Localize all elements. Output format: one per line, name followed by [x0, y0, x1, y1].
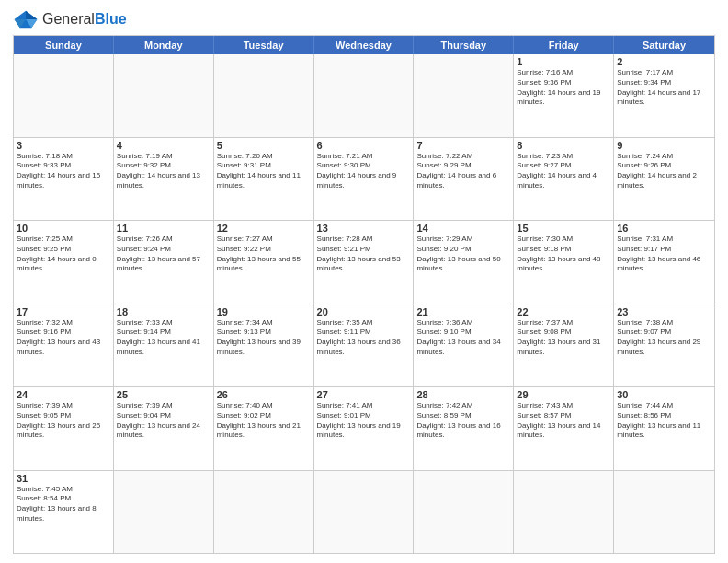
- page: GeneralBlue SundayMondayTuesdayWednesday…: [0, 0, 728, 563]
- day-info: Sunrise: 7:22 AM Sunset: 9:29 PM Dayligh…: [416, 152, 510, 191]
- calendar-cell: 15Sunrise: 7:30 AM Sunset: 9:18 PM Dayli…: [514, 221, 614, 304]
- calendar-week-2: 3Sunrise: 7:18 AM Sunset: 9:33 PM Daylig…: [14, 138, 714, 222]
- day-info: Sunrise: 7:28 AM Sunset: 9:21 PM Dayligh…: [317, 235, 411, 274]
- day-info: Sunrise: 7:27 AM Sunset: 9:22 PM Dayligh…: [217, 235, 311, 274]
- calendar-week-3: 10Sunrise: 7:25 AM Sunset: 9:25 PM Dayli…: [14, 221, 714, 304]
- calendar-cell: [214, 54, 314, 137]
- calendar-cell: 18Sunrise: 7:33 AM Sunset: 9:14 PM Dayli…: [114, 304, 214, 387]
- calendar-cell: 30Sunrise: 7:44 AM Sunset: 8:56 PM Dayli…: [614, 387, 714, 470]
- day-number: 12: [217, 223, 311, 234]
- calendar-cell: [314, 471, 415, 554]
- calendar-cell: 11Sunrise: 7:26 AM Sunset: 9:24 PM Dayli…: [114, 221, 214, 304]
- logo-text: GeneralBlue: [42, 11, 127, 28]
- calendar-cell: [614, 471, 714, 554]
- day-number: 3: [17, 140, 110, 151]
- day-info: Sunrise: 7:16 AM Sunset: 9:36 PM Dayligh…: [517, 68, 610, 108]
- calendar-body: 1Sunrise: 7:16 AM Sunset: 9:36 PM Daylig…: [14, 54, 714, 553]
- day-number: 17: [17, 306, 110, 317]
- day-info: Sunrise: 7:40 AM Sunset: 9:02 PM Dayligh…: [217, 401, 311, 441]
- day-number: 26: [217, 389, 311, 400]
- day-number: 31: [17, 473, 110, 484]
- day-number: 29: [517, 389, 610, 400]
- header-day-thursday: Thursday: [414, 36, 514, 54]
- calendar: SundayMondayTuesdayWednesdayThursdayFrid…: [13, 35, 715, 554]
- calendar-cell: [414, 54, 514, 137]
- header-day-monday: Monday: [114, 36, 214, 54]
- calendar-cell: 21Sunrise: 7:36 AM Sunset: 9:10 PM Dayli…: [414, 304, 514, 387]
- header-day-saturday: Saturday: [614, 36, 714, 54]
- day-number: 28: [416, 389, 510, 400]
- day-number: 18: [117, 306, 210, 317]
- day-number: 5: [217, 140, 311, 151]
- day-info: Sunrise: 7:26 AM Sunset: 9:24 PM Dayligh…: [117, 235, 210, 274]
- calendar-cell: 25Sunrise: 7:39 AM Sunset: 9:04 PM Dayli…: [114, 387, 214, 470]
- header-day-wednesday: Wednesday: [314, 36, 415, 54]
- day-number: 27: [317, 389, 411, 400]
- calendar-cell: 20Sunrise: 7:35 AM Sunset: 9:11 PM Dayli…: [314, 304, 415, 387]
- calendar-cell: 5Sunrise: 7:20 AM Sunset: 9:31 PM Daylig…: [214, 138, 314, 221]
- logo-icon: [13, 9, 39, 29]
- calendar-cell: [14, 54, 114, 137]
- day-info: Sunrise: 7:37 AM Sunset: 9:08 PM Dayligh…: [517, 318, 610, 358]
- calendar-cell: 29Sunrise: 7:43 AM Sunset: 8:57 PM Dayli…: [514, 387, 614, 470]
- day-info: Sunrise: 7:24 AM Sunset: 9:26 PM Dayligh…: [617, 152, 711, 191]
- calendar-cell: 22Sunrise: 7:37 AM Sunset: 9:08 PM Dayli…: [514, 304, 614, 387]
- calendar-header: SundayMondayTuesdayWednesdayThursdayFrid…: [14, 36, 714, 54]
- calendar-cell: 4Sunrise: 7:19 AM Sunset: 9:32 PM Daylig…: [114, 138, 214, 221]
- day-info: Sunrise: 7:45 AM Sunset: 8:54 PM Dayligh…: [17, 485, 110, 524]
- day-number: 19: [217, 306, 311, 317]
- day-number: 1: [517, 56, 610, 67]
- calendar-cell: [114, 471, 214, 554]
- calendar-week-6: 31Sunrise: 7:45 AM Sunset: 8:54 PM Dayli…: [14, 471, 714, 554]
- day-info: Sunrise: 7:21 AM Sunset: 9:30 PM Dayligh…: [317, 152, 411, 191]
- calendar-cell: [514, 471, 614, 554]
- day-number: 15: [517, 223, 610, 234]
- day-info: Sunrise: 7:33 AM Sunset: 9:14 PM Dayligh…: [117, 318, 210, 358]
- day-info: Sunrise: 7:23 AM Sunset: 9:27 PM Dayligh…: [517, 152, 610, 191]
- svg-marker-1: [26, 11, 37, 19]
- day-info: Sunrise: 7:41 AM Sunset: 9:01 PM Dayligh…: [317, 401, 411, 441]
- calendar-cell: [414, 471, 514, 554]
- day-number: 21: [416, 306, 510, 317]
- day-info: Sunrise: 7:29 AM Sunset: 9:20 PM Dayligh…: [416, 235, 510, 274]
- day-info: Sunrise: 7:42 AM Sunset: 8:59 PM Dayligh…: [416, 401, 510, 441]
- header-day-tuesday: Tuesday: [214, 36, 314, 54]
- calendar-cell: 23Sunrise: 7:38 AM Sunset: 9:07 PM Dayli…: [614, 304, 714, 387]
- calendar-cell: 10Sunrise: 7:25 AM Sunset: 9:25 PM Dayli…: [14, 221, 114, 304]
- calendar-week-1: 1Sunrise: 7:16 AM Sunset: 9:36 PM Daylig…: [14, 54, 714, 138]
- calendar-cell: 26Sunrise: 7:40 AM Sunset: 9:02 PM Dayli…: [214, 387, 314, 470]
- day-number: 16: [617, 223, 711, 234]
- calendar-cell: 6Sunrise: 7:21 AM Sunset: 9:30 PM Daylig…: [314, 138, 415, 221]
- day-number: 30: [617, 389, 711, 400]
- header-day-sunday: Sunday: [14, 36, 114, 54]
- day-info: Sunrise: 7:32 AM Sunset: 9:16 PM Dayligh…: [17, 318, 110, 358]
- day-number: 6: [317, 140, 411, 151]
- day-info: Sunrise: 7:19 AM Sunset: 9:32 PM Dayligh…: [117, 152, 210, 191]
- day-info: Sunrise: 7:38 AM Sunset: 9:07 PM Dayligh…: [617, 318, 711, 358]
- day-info: Sunrise: 7:18 AM Sunset: 9:33 PM Dayligh…: [17, 152, 110, 191]
- day-info: Sunrise: 7:34 AM Sunset: 9:13 PM Dayligh…: [217, 318, 311, 358]
- header: GeneralBlue: [13, 9, 715, 29]
- calendar-cell: 9Sunrise: 7:24 AM Sunset: 9:26 PM Daylig…: [614, 138, 714, 221]
- calendar-cell: 13Sunrise: 7:28 AM Sunset: 9:21 PM Dayli…: [314, 221, 415, 304]
- day-info: Sunrise: 7:35 AM Sunset: 9:11 PM Dayligh…: [317, 318, 411, 358]
- day-number: 24: [17, 389, 110, 400]
- calendar-cell: 24Sunrise: 7:39 AM Sunset: 9:05 PM Dayli…: [14, 387, 114, 470]
- calendar-cell: 1Sunrise: 7:16 AM Sunset: 9:36 PM Daylig…: [514, 54, 614, 137]
- day-info: Sunrise: 7:31 AM Sunset: 9:17 PM Dayligh…: [617, 235, 711, 274]
- day-info: Sunrise: 7:36 AM Sunset: 9:10 PM Dayligh…: [416, 318, 510, 358]
- day-info: Sunrise: 7:25 AM Sunset: 9:25 PM Dayligh…: [17, 235, 110, 274]
- calendar-cell: [314, 54, 415, 137]
- calendar-cell: 2Sunrise: 7:17 AM Sunset: 9:34 PM Daylig…: [614, 54, 714, 137]
- calendar-cell: 14Sunrise: 7:29 AM Sunset: 9:20 PM Dayli…: [414, 221, 514, 304]
- day-number: 25: [117, 389, 210, 400]
- logo: GeneralBlue: [13, 9, 127, 29]
- day-info: Sunrise: 7:20 AM Sunset: 9:31 PM Dayligh…: [217, 152, 311, 191]
- day-number: 23: [617, 306, 711, 317]
- day-info: Sunrise: 7:30 AM Sunset: 9:18 PM Dayligh…: [517, 235, 610, 274]
- day-info: Sunrise: 7:44 AM Sunset: 8:56 PM Dayligh…: [617, 401, 711, 441]
- calendar-cell: 31Sunrise: 7:45 AM Sunset: 8:54 PM Dayli…: [14, 471, 114, 554]
- day-info: Sunrise: 7:39 AM Sunset: 9:04 PM Dayligh…: [117, 401, 210, 441]
- day-number: 14: [416, 223, 510, 234]
- calendar-week-5: 24Sunrise: 7:39 AM Sunset: 9:05 PM Dayli…: [14, 387, 714, 471]
